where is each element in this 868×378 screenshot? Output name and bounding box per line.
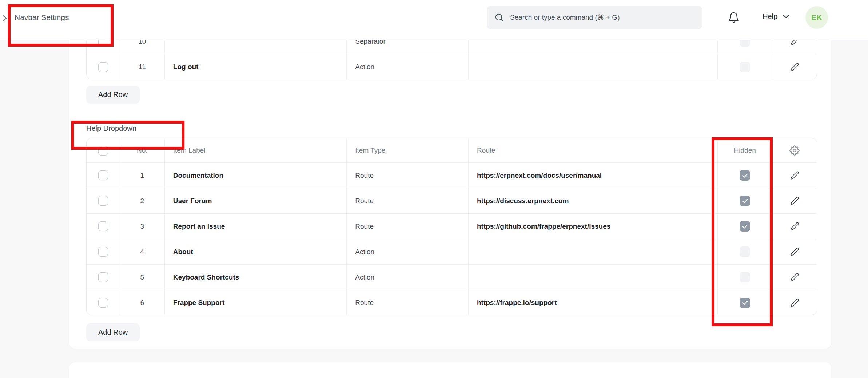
item-type-cell: Route xyxy=(347,163,469,188)
column-header-item-type: Item Type xyxy=(347,138,469,162)
row-index: 2 xyxy=(120,188,165,213)
edit-pencil-icon[interactable] xyxy=(790,273,799,282)
search-icon xyxy=(494,12,504,23)
column-header-hidden: Hidden xyxy=(718,138,772,162)
hidden-checkbox[interactable] xyxy=(740,298,750,308)
hidden-cell xyxy=(718,188,772,213)
row-select-cell xyxy=(87,188,120,213)
help-dropdown-section-label: Help Dropdown xyxy=(86,124,136,133)
navbar-divider xyxy=(752,9,752,26)
item-label-cell: Documentation xyxy=(165,163,347,188)
hidden-cell xyxy=(718,163,772,188)
add-row-button-help-dropdown[interactable]: Add Row xyxy=(86,323,140,341)
help-menu[interactable]: Help xyxy=(763,12,790,21)
item-label-cell: User Forum xyxy=(165,188,347,213)
row-checkbox[interactable] xyxy=(98,170,108,180)
edit-row-cell xyxy=(772,163,817,188)
table-row[interactable]: 1DocumentationRoutehttps://erpnext.com/d… xyxy=(87,163,817,188)
edit-row-cell xyxy=(772,265,817,290)
column-header-no: No. xyxy=(120,138,165,162)
row-index: 5 xyxy=(120,265,165,290)
route-cell: https://erpnext.com/docs/user/manual xyxy=(469,163,718,188)
edit-row-cell xyxy=(772,54,817,79)
edit-row-cell xyxy=(772,214,817,239)
row-checkbox[interactable] xyxy=(98,298,108,308)
column-header-route: Route xyxy=(469,138,718,162)
hidden-checkbox[interactable] xyxy=(740,62,750,72)
hidden-cell xyxy=(718,239,772,264)
avatar-initials: EK xyxy=(811,13,822,22)
item-type-cell: Route xyxy=(347,188,469,213)
edit-pencil-icon[interactable] xyxy=(790,196,799,205)
hidden-checkbox[interactable] xyxy=(740,272,750,282)
select-all-checkbox[interactable] xyxy=(98,146,108,156)
next-section-card xyxy=(69,362,831,378)
column-header-item-label: Item Label xyxy=(165,138,347,162)
row-checkbox[interactable] xyxy=(98,196,108,206)
hidden-checkbox[interactable] xyxy=(740,170,750,181)
top-navbar: Navbar Settings Help EK xyxy=(0,0,868,40)
hidden-checkbox[interactable] xyxy=(740,196,750,206)
row-index: 1 xyxy=(120,163,165,188)
global-search[interactable] xyxy=(487,6,702,29)
item-type-cell: Action xyxy=(347,265,469,290)
edit-row-cell xyxy=(772,290,817,315)
row-index: 3 xyxy=(120,214,165,239)
row-checkbox[interactable] xyxy=(98,272,108,282)
table-header-row: No. Item Label Item Type Route Hidden xyxy=(87,138,817,163)
table-row[interactable]: 3Report an IssueRoutehttps://github.com/… xyxy=(87,214,817,239)
item-label-cell: Keyboard Shortcuts xyxy=(165,265,347,290)
hidden-checkbox[interactable] xyxy=(740,246,750,257)
user-avatar[interactable]: EK xyxy=(805,6,828,29)
hidden-checkbox[interactable] xyxy=(740,221,750,232)
route-cell: https://discuss.erpnext.com xyxy=(469,188,718,213)
breadcrumb-chevron-icon[interactable] xyxy=(1,14,8,22)
edit-pencil-icon[interactable] xyxy=(790,63,799,72)
table-row[interactable]: 5Keyboard ShortcutsAction xyxy=(87,265,817,290)
item-type-cell: Route xyxy=(347,214,469,239)
edit-pencil-icon[interactable] xyxy=(790,222,799,231)
route-cell: https://frappe.io/support xyxy=(469,290,718,315)
route-cell xyxy=(469,239,718,264)
row-checkbox[interactable] xyxy=(98,247,108,257)
hidden-cell xyxy=(718,265,772,290)
row-select-cell xyxy=(87,239,120,264)
help-dropdown-table: No. Item Label Item Type Route Hidden 1D… xyxy=(86,138,817,315)
item-label-cell: Log out xyxy=(165,54,347,79)
row-index: 11 xyxy=(120,54,165,79)
search-input[interactable] xyxy=(510,13,695,21)
edit-pencil-icon[interactable] xyxy=(790,298,799,307)
notifications-bell-icon[interactable] xyxy=(728,11,740,24)
item-type-cell: Action xyxy=(347,239,469,264)
route-cell xyxy=(469,265,718,290)
row-checkbox[interactable] xyxy=(98,221,108,231)
row-select-cell xyxy=(87,290,120,315)
item-label-cell: Frappe Support xyxy=(165,290,347,315)
row-select-cell xyxy=(87,214,120,239)
row-select-cell xyxy=(87,265,120,290)
route-cell xyxy=(469,54,718,79)
edit-pencil-icon[interactable] xyxy=(790,171,799,180)
item-type-cell: Route xyxy=(347,290,469,315)
row-index: 6 xyxy=(120,290,165,315)
row-select-cell xyxy=(87,54,120,79)
help-menu-label: Help xyxy=(763,12,777,21)
add-row-button-navbar-dropdown[interactable]: Add Row xyxy=(86,86,140,104)
table-row[interactable]: 2User ForumRoutehttps://discuss.erpnext.… xyxy=(87,188,817,214)
row-checkbox[interactable] xyxy=(98,62,108,72)
item-label-cell: Report an Issue xyxy=(165,214,347,239)
edit-pencil-icon[interactable] xyxy=(790,247,799,256)
route-cell: https://github.com/frappe/erpnext/issues xyxy=(469,214,718,239)
hidden-cell xyxy=(718,290,772,315)
table-row[interactable]: 6Frappe SupportRoutehttps://frappe.io/su… xyxy=(87,290,817,315)
edit-row-cell xyxy=(772,239,817,264)
item-label-cell: About xyxy=(165,239,347,264)
grid-settings-gear-icon[interactable] xyxy=(789,145,800,156)
table-row[interactable]: 11Log outAction xyxy=(87,54,817,79)
edit-row-cell xyxy=(772,188,817,213)
row-index: 4 xyxy=(120,239,165,264)
table-row[interactable]: 4AboutAction xyxy=(87,239,817,265)
hidden-cell xyxy=(718,214,772,239)
page-title: Navbar Settings xyxy=(15,13,69,22)
item-type-cell: Action xyxy=(347,54,469,79)
